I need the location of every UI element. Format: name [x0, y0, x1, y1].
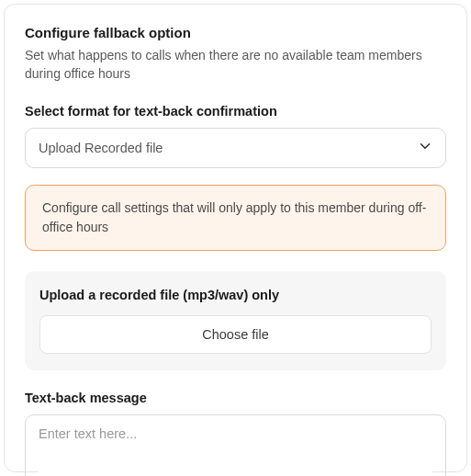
upload-title: Upload a recorded file (mp3/wav) only: [39, 288, 432, 302]
info-banner-text: Configure call settings that will only a…: [42, 200, 426, 234]
panel-title: Configure fallback option: [25, 25, 446, 40]
info-banner: Configure call settings that will only a…: [25, 185, 446, 251]
textback-label: Text-back message: [25, 391, 446, 405]
fallback-config-panel: Configure fallback option Set what happe…: [4, 4, 467, 472]
format-select[interactable]: Upload Recorded file: [25, 128, 446, 168]
format-label: Select format for text-back confirmation: [25, 104, 446, 119]
upload-card: Upload a recorded file (mp3/wav) only Ch…: [25, 271, 446, 370]
choose-file-label: Choose file: [202, 327, 269, 342]
choose-file-button[interactable]: Choose file: [39, 315, 432, 354]
panel-subtitle: Set what happens to calls when there are…: [25, 46, 446, 84]
textback-field-wrap: [25, 414, 446, 476]
format-selected-value: Upload Recorded file: [39, 141, 163, 155]
textback-input[interactable]: [39, 426, 432, 476]
